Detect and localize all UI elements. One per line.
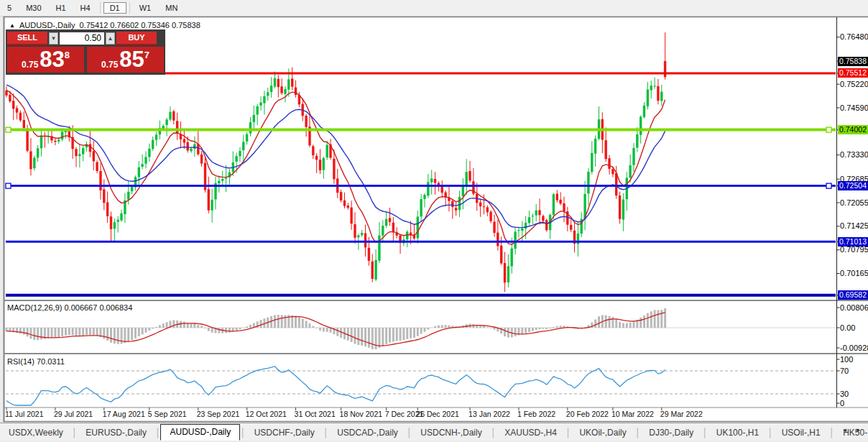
title-ohlc: 0.75412 0.76602 0.75346 0.75838: [80, 21, 200, 29]
volume-increase-button[interactable]: ▲: [106, 32, 115, 45]
macd-axis-label: -0.00928: [840, 344, 868, 352]
date-axis-label: 23 Sep 2021: [197, 410, 240, 418]
date-axis-label: 31 Oct 2021: [295, 410, 336, 418]
date-axis-label: 17 Aug 2021: [103, 410, 145, 418]
date-axis-label: 29 Jul 2021: [54, 410, 93, 418]
tab-ukoil-daily[interactable]: UKOil-,Daily: [571, 425, 634, 441]
collapse-arrow-icon[interactable]: ▲: [9, 22, 15, 29]
tab-separator: │: [491, 428, 497, 441]
red-line-tag: 0.75512: [838, 68, 868, 78]
buy-price[interactable]: 0.75857: [87, 47, 164, 73]
tab-xauusd-h4[interactable]: XAUUSD-,H4: [496, 425, 565, 441]
buy-price-big: 85: [119, 47, 144, 73]
current-price-tag: 0.75838: [838, 57, 868, 66]
macd-axis-label: 0.00: [840, 323, 855, 332]
date-axis-label: 13 Jan 2022: [468, 410, 510, 418]
tab-separator: │: [702, 428, 708, 441]
tab-separator: │: [767, 428, 773, 441]
sell-price-base: 0.75: [22, 60, 38, 70]
tab-usoil-h1[interactable]: USOil-,H1: [773, 425, 829, 441]
one-click-trade-panel: SELL ▼ ▲ BUY 0.75838 0.75857: [6, 29, 165, 75]
volume-decrease-button[interactable]: ▼: [49, 32, 58, 45]
tab-dj30-daily[interactable]: DJ30-,Daily: [640, 425, 702, 441]
blue-line-tag-2: 0.71013: [838, 237, 868, 247]
tab-separator: │: [72, 428, 78, 441]
tab-uk100-h1[interactable]: UK100-,H1: [708, 425, 767, 441]
volume-input[interactable]: [60, 32, 104, 45]
macd-axis-label: 0.008061: [840, 303, 868, 312]
buy-price-base: 0.75: [101, 60, 118, 70]
date-axis-label: 5 Sep 2021: [148, 410, 187, 418]
rsi-axis-label: 70: [840, 367, 849, 375]
tab-usdchf-daily[interactable]: USDCHF-,Daily: [246, 425, 323, 441]
date-axis-label: 29 Mar 2022: [660, 410, 703, 418]
tab-separator: │: [323, 428, 329, 441]
tab-separator: │: [240, 428, 246, 441]
tab-usdcnh-daily[interactable]: USDCNH-,Daily: [412, 425, 490, 441]
sell-price[interactable]: 0.75838: [7, 47, 84, 73]
tab-separator: │: [829, 428, 835, 441]
tab-scroll-arrows[interactable]: ◂ ▸: [843, 426, 864, 433]
green-line-tag: 0.74002: [838, 125, 868, 134]
price-axis-label: 0.74590: [840, 103, 868, 112]
blue-line-tag-3: 0.69582: [838, 290, 868, 300]
tab-separator: │: [155, 428, 161, 441]
tab-separator: │: [635, 428, 641, 441]
buy-button[interactable]: BUY: [116, 32, 157, 45]
blue-line-tag-1: 0.72504: [838, 181, 868, 190]
tab-usdx-weekly[interactable]: USDX,Weekly: [0, 425, 72, 441]
date-axis-label: 26 Dec 2021: [416, 410, 459, 418]
down-arrow-icon: ▼: [51, 35, 57, 42]
price-axis-label: 0.70165: [840, 269, 868, 277]
tab-separator: │: [565, 428, 571, 441]
price-axis-label: 0.71425: [840, 221, 868, 230]
date-axis-label: 11 Jul 2021: [5, 410, 44, 418]
price-axis-label: 0.76480: [840, 32, 868, 41]
up-arrow-icon: ▲: [108, 35, 114, 42]
tab-eurusd-daily[interactable]: EURUSD-,Daily: [77, 425, 155, 441]
chart-title: ▲ AUDUSD-,Daily 0.75412 0.76602 0.75346 …: [9, 21, 200, 29]
date-axis-label: 12 Oct 2021: [246, 410, 287, 418]
date-axis-label: 10 Mar 2022: [611, 410, 654, 418]
price-axis-label: 0.75220: [840, 80, 868, 88]
chart-tab-bar: USDX,Weekly│EURUSD-,Daily│AUDUSD-,Daily│…: [0, 423, 868, 441]
rsi-axis-label: 100: [840, 355, 853, 364]
tab-separator: │: [407, 428, 412, 441]
price-axis-label: 0.73330: [840, 150, 868, 159]
tab-usdcad-daily[interactable]: USDCAD-,Daily: [328, 425, 407, 441]
sell-price-big: 83: [40, 47, 64, 73]
rsi-axis-label: 30: [840, 390, 849, 398]
sell-button[interactable]: SELL: [7, 32, 47, 45]
date-axis-label: 20 Feb 2022: [566, 410, 609, 418]
price-axis-label: 0.72055: [840, 198, 868, 207]
tab-audusd-daily[interactable]: AUDUSD-,Daily: [160, 424, 240, 441]
date-axis-label: 18 Nov 2021: [340, 410, 383, 418]
rsi-axis-label: 0: [840, 399, 844, 408]
rsi-indicator-label: RSI(14) 70.0311: [7, 357, 65, 366]
title-symbol: AUDUSD-,Daily: [19, 21, 75, 29]
macd-indicator-label: MACD(12,26,9) 0.006667 0.006834: [7, 303, 132, 312]
sell-price-sup: 8: [65, 50, 70, 73]
date-axis-label: 1 Feb 2022: [517, 410, 555, 418]
buy-price-sup: 7: [144, 50, 149, 73]
price-axis-label: 0.70795: [840, 245, 868, 254]
